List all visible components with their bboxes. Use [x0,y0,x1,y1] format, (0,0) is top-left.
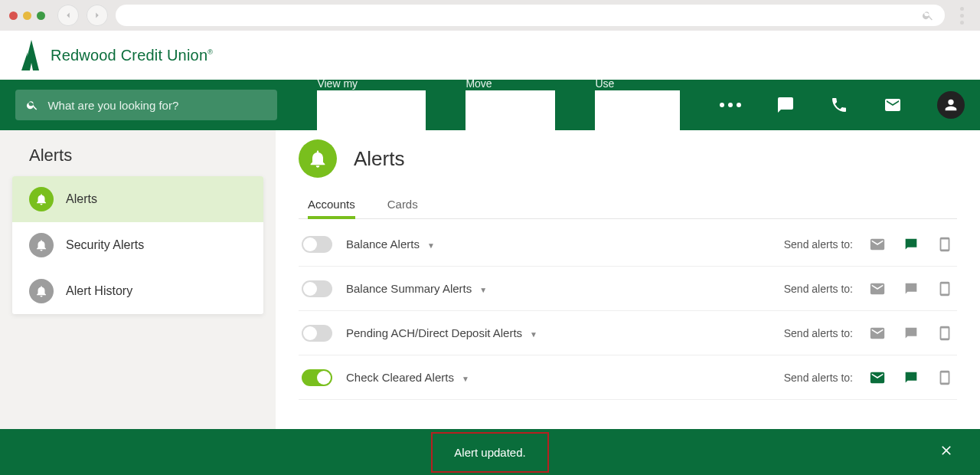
sidebar-item-security[interactable]: Security Alerts [12,222,263,268]
brand-logo[interactable]: Redwood Credit Union® [21,40,213,70]
more-icon[interactable] [720,103,741,107]
alert-toggle[interactable] [302,325,332,342]
channel-mobile-icon[interactable] [936,280,954,298]
search-input[interactable] [47,99,266,112]
channel-chat-icon[interactable] [902,280,920,298]
nav-item-money[interactable]: Move Money [466,77,555,133]
alert-toggle[interactable] [302,236,332,253]
chevron-down-icon: ▼ [530,330,537,339]
browser-chrome [0,0,980,31]
bell-icon [299,139,337,178]
nav-item-pre: Move [466,77,555,90]
chevron-down-icon: ▼ [427,241,435,250]
tab-bar: Accounts Cards [299,192,957,219]
nav-item-pre: Use [595,77,680,90]
brand-header: Redwood Credit Union® [0,31,980,80]
send-to-label: Send alerts to: [784,372,853,384]
search-icon [26,98,38,112]
sidebar-title: Alerts [12,142,263,176]
brand-logo-icon [21,40,41,70]
nav-items: View my Accounts Move Money Use Bill Pay [317,77,680,133]
search-icon [922,9,934,21]
url-bar[interactable] [116,5,945,26]
send-to-label: Send alerts to: [784,238,853,251]
chevron-down-icon: ▼ [479,286,487,294]
main-panel: Alerts Accounts Cards Balance Alerts▼ Se… [276,130,980,475]
channel-mobile-icon[interactable] [936,324,954,342]
alert-label[interactable]: Balance Summary Alerts▼ [346,282,487,295]
alert-row: Balance Summary Alerts▼ Send alerts to: [299,267,957,311]
sidebar-item-label: Alert History [66,284,132,298]
alert-row: Pending ACH/Direct Deposit Alerts▼ Send … [299,311,957,355]
bell-icon [29,187,54,211]
channel-chat-icon[interactable] [902,369,920,387]
nav-item-pre: View my [317,77,426,90]
close-icon [939,443,954,458]
toast-notification: Alert updated. [0,429,980,475]
window-controls [9,11,45,20]
forward-button[interactable] [87,5,108,26]
sidebar-item-label: Alerts [66,192,97,206]
nav-item-main: Money [466,90,555,133]
channel-email-icon[interactable] [868,369,887,387]
sidebar-item-alerts[interactable]: Alerts [12,176,263,222]
back-button[interactable] [57,5,79,26]
toast-message: Alert updated. [431,432,548,473]
minimize-window-icon[interactable] [23,11,31,20]
search-box[interactable] [15,90,277,120]
alert-label[interactable]: Balance Alerts▼ [346,238,435,251]
page-body: Alerts Alerts Security Alerts Alert Hist… [0,130,980,475]
alert-rows: Balance Alerts▼ Send alerts to: Balance … [299,222,957,400]
send-to-label: Send alerts to: [784,283,853,295]
bell-icon [29,233,54,257]
alert-label[interactable]: Pending ACH/Direct Deposit Alerts▼ [346,326,537,339]
messages-icon[interactable] [776,96,795,114]
alert-label[interactable]: Check Cleared Alerts▼ [346,371,469,384]
sidebar-card: Alerts Security Alerts Alert History [12,176,263,314]
maximize-window-icon[interactable] [37,11,45,20]
alert-row: Check Cleared Alerts▼ Send alerts to: [299,355,957,400]
send-to-label: Send alerts to: [784,327,853,339]
toast-close-button[interactable] [939,443,954,460]
channel-mobile-icon[interactable] [936,235,954,254]
nav-utilities [720,91,965,119]
brand-name: Redwood Credit Union® [51,47,213,64]
browser-menu-button[interactable] [952,7,971,25]
channel-chat-icon[interactable] [902,324,920,342]
channel-mobile-icon[interactable] [936,369,954,387]
alert-toggle[interactable] [302,369,332,386]
page-title: Alerts [354,147,404,171]
profile-icon[interactable] [937,91,965,119]
primary-nav: View my Accounts Move Money Use Bill Pay [0,80,980,130]
nav-item-billpay[interactable]: Use Bill Pay [595,77,680,133]
tab-cards[interactable]: Cards [387,192,418,218]
page-header: Alerts [299,139,957,178]
sidebar: Alerts Alerts Security Alerts Alert Hist… [0,130,276,475]
bell-icon [29,279,54,303]
channel-email-icon[interactable] [868,280,887,298]
nav-item-accounts[interactable]: View my Accounts [317,77,426,133]
nav-item-main: Accounts [317,90,426,133]
close-window-icon[interactable] [9,11,18,20]
alert-row: Balance Alerts▼ Send alerts to: [299,222,957,267]
tab-accounts[interactable]: Accounts [308,192,355,218]
channel-email-icon[interactable] [868,235,887,254]
channel-email-icon[interactable] [868,324,887,342]
channel-chat-icon[interactable] [902,235,920,254]
sidebar-item-history[interactable]: Alert History [12,268,263,314]
alert-toggle[interactable] [302,280,332,297]
sidebar-item-label: Security Alerts [66,238,144,252]
mail-icon[interactable] [884,96,902,114]
phone-icon[interactable] [830,96,848,114]
chevron-down-icon: ▼ [462,375,469,383]
nav-item-main: Bill Pay [595,90,680,133]
